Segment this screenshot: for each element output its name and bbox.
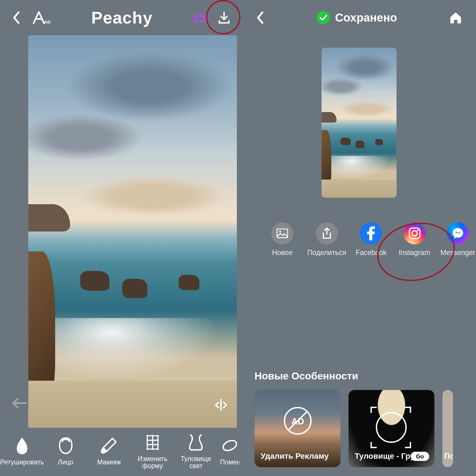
tool-reshape[interactable]: Изменить форму [133, 432, 172, 469]
main-photo[interactable] [28, 35, 237, 428]
instagram-icon [403, 222, 426, 245]
tool-body[interactable]: Туловище свет [177, 432, 215, 469]
share-messenger[interactable]: Messenger [440, 222, 476, 257]
svg-rect-2 [277, 229, 288, 238]
feature-card-body[interactable]: Туловище ‑ Грудь Go [348, 390, 435, 467]
editor-topbar: AD Peachy [0, 0, 242, 35]
crown-icon[interactable] [193, 12, 207, 23]
svg-point-6 [417, 230, 418, 231]
back-button[interactable] [255, 10, 265, 25]
share-instagram[interactable]: Instagram [396, 222, 433, 257]
tool-retouch[interactable]: Ретушировать [3, 436, 41, 466]
saved-indicator: Сохранено [316, 11, 397, 24]
svg-point-3 [279, 231, 281, 232]
no-ad-icon: AD [282, 405, 313, 436]
tool-change[interactable]: Поменя [220, 436, 239, 466]
editor-pane: AD Peachy Ретушировать [0, 0, 242, 476]
feature-card-more[interactable]: По [442, 390, 453, 467]
ad-logo-icon[interactable]: AD [32, 10, 51, 25]
share-pane: Сохранено Новое Поделиться [242, 0, 476, 476]
messenger-icon [447, 222, 469, 245]
app-title: Peachy [91, 8, 153, 27]
undo-button[interactable] [11, 397, 27, 409]
photo-icon [271, 222, 294, 245]
checkmark-icon [316, 11, 330, 24]
svg-rect-4 [409, 228, 420, 239]
features-title: Новые Особенности [254, 370, 476, 382]
features-section: Новые Особенности AD Удалить Рекламу Тул… [254, 370, 476, 476]
go-badge: Go [411, 452, 429, 461]
share-icon [316, 222, 338, 245]
saved-thumbnail[interactable] [322, 48, 397, 197]
tool-face[interactable]: Лицо [46, 436, 85, 466]
svg-text:AD: AD [291, 416, 304, 426]
share-topbar: Сохранено [242, 0, 476, 35]
share-new[interactable]: Новое [264, 222, 301, 257]
compare-icon[interactable] [214, 398, 228, 412]
share-system[interactable]: Поделиться [307, 222, 346, 257]
home-button[interactable] [449, 11, 463, 24]
tool-makeup[interactable]: Макияж [90, 436, 128, 466]
download-icon[interactable] [218, 11, 231, 24]
share-facebook[interactable]: Facebook [353, 222, 389, 257]
tool-bar: Ретушировать Лицо Макияж Изменить форму … [0, 428, 242, 476]
back-button[interactable] [11, 10, 21, 25]
svg-text:AD: AD [44, 20, 50, 24]
share-row: Новое Поделиться Facebook Instagram Mess… [264, 222, 476, 257]
facebook-icon [360, 222, 382, 245]
svg-point-1 [222, 438, 238, 452]
feature-card-remove-ads[interactable]: AD Удалить Рекламу [254, 390, 341, 467]
svg-point-5 [412, 231, 417, 236]
